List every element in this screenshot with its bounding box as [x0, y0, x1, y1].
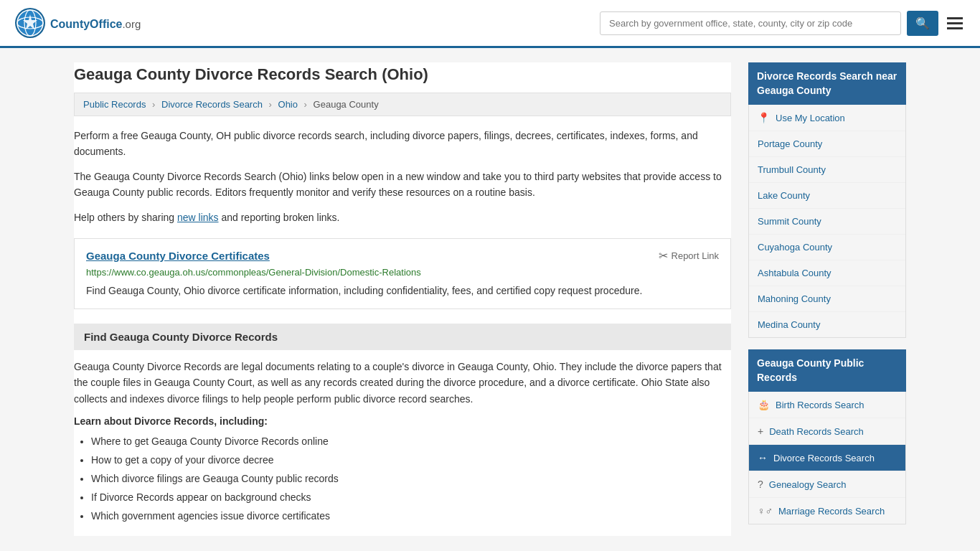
nearby-counties-list: Portage CountyTrumbull CountyLake County… — [749, 131, 905, 337]
sidebar-record-icon: ♀♂ — [758, 505, 773, 517]
breadcrumb-divorce-records-search[interactable]: Divorce Records Search — [161, 99, 263, 110]
sidebar-record-icon: + — [758, 425, 763, 437]
sidebar: Divorce Records Search near Geauga Count… — [748, 62, 906, 536]
record-card-url: https://www.co.geauga.oh.us/commonpleas/… — [86, 267, 719, 278]
learn-heading: Learn about Divorce Records, including: — [74, 415, 731, 427]
nearby-list: 📍 Use My Location Portage CountyTrumbull… — [748, 105, 906, 338]
nearby-county-link[interactable]: Cuyahoga County — [758, 242, 832, 253]
nearby-county-item[interactable]: Portage County — [749, 131, 905, 157]
find-section-body: Geauga County Divorce Records are legal … — [74, 359, 731, 407]
nearby-county-item[interactable]: Medina County — [749, 312, 905, 337]
nearby-county-item[interactable]: Summit County — [749, 209, 905, 235]
sidebar-record-icon: 🎂 — [758, 399, 770, 410]
sidebar-record-icon: ? — [758, 479, 763, 490]
nearby-county-link[interactable]: Ashtabula County — [758, 268, 831, 278]
intro-3-suffix: and reporting broken links. — [219, 212, 340, 223]
public-record-item[interactable]: ↔Divorce Records Search — [749, 445, 905, 471]
record-card-header: Geauga County Divorce Certificates ✂ Rep… — [86, 249, 719, 263]
breadcrumb-public-records[interactable]: Public Records — [83, 99, 146, 110]
scissors-icon: ✂ — [659, 249, 668, 263]
logo-suffix: .org — [122, 18, 141, 30]
logo-brand: CountyOffice — [50, 18, 122, 30]
nearby-county-link[interactable]: Mahoning County — [758, 293, 831, 304]
list-item: Where to get Geauga County Divorce Recor… — [91, 434, 731, 449]
list-item: If Divorce Records appear on background … — [91, 490, 731, 505]
nearby-county-item[interactable]: Mahoning County — [749, 286, 905, 312]
logo-icon — [14, 7, 46, 39]
search-button[interactable]: 🔍 — [907, 11, 938, 36]
search-icon: 🔍 — [915, 17, 930, 29]
nearby-county-item[interactable]: Cuyahoga County — [749, 235, 905, 260]
search-area: 🔍 — [600, 11, 966, 36]
list-item: Which divorce filings are Geauga County … — [91, 471, 731, 486]
public-record-item[interactable]: 🎂Birth Records Search — [749, 392, 905, 418]
logo-text-area: CountyOffice.org — [50, 15, 141, 32]
public-record-link[interactable]: Marriage Records Search — [778, 506, 885, 517]
logo-area: CountyOffice.org — [14, 7, 141, 39]
public-record-item[interactable]: +Death Records Search — [749, 418, 905, 445]
new-links-link[interactable]: new links — [177, 212, 219, 223]
intro-paragraph-1: Perform a free Geauga County, OH public … — [74, 128, 731, 160]
menu-bar-3 — [947, 27, 963, 29]
breadcrumb-ohio[interactable]: Ohio — [278, 99, 298, 110]
menu-bar-1 — [947, 17, 963, 19]
public-records-heading: Geauga County Public Records — [748, 349, 906, 392]
nearby-county-link[interactable]: Trumbull County — [758, 164, 826, 175]
header: CountyOffice.org 🔍 — [0, 0, 980, 48]
nearby-county-item[interactable]: Trumbull County — [749, 157, 905, 183]
logo-text: CountyOffice.org — [50, 15, 141, 31]
find-section-heading: Find Geauga County Divorce Records — [74, 324, 731, 350]
search-input[interactable] — [600, 11, 901, 35]
use-my-location[interactable]: 📍 Use My Location — [749, 105, 905, 131]
record-card: Geauga County Divorce Certificates ✂ Rep… — [74, 238, 731, 309]
breadcrumb-sep-3: › — [304, 99, 307, 110]
main-container: Geauga County Divorce Records Search (Oh… — [60, 48, 920, 550]
public-record-item[interactable]: ♀♂Marriage Records Search — [749, 498, 905, 524]
list-item: How to get a copy of your divorce decree — [91, 453, 731, 468]
breadcrumb-sep-2: › — [269, 99, 272, 110]
public-record-link[interactable]: Divorce Records Search — [773, 453, 875, 463]
nearby-county-item[interactable]: Lake County — [749, 183, 905, 209]
use-my-location-link[interactable]: Use My Location — [776, 113, 845, 123]
public-records-list: 🎂Birth Records Search+Death Records Sear… — [748, 392, 906, 524]
intro-paragraph-3: Help others by sharing new links and rep… — [74, 209, 731, 225]
record-card-title[interactable]: Geauga County Divorce Certificates — [86, 250, 270, 262]
public-record-item[interactable]: ?Genealogy Search — [749, 471, 905, 498]
nearby-heading: Divorce Records Search near Geauga Count… — [748, 62, 906, 105]
record-card-description: Find Geauga County, Ohio divorce certifi… — [86, 283, 719, 298]
content-area: Geauga County Divorce Records Search (Oh… — [74, 62, 731, 536]
breadcrumb: Public Records › Divorce Records Search … — [74, 93, 731, 116]
sidebar-record-icon: ↔ — [758, 452, 768, 463]
page-title: Geauga County Divorce Records Search (Oh… — [74, 65, 731, 84]
menu-button[interactable] — [944, 14, 966, 32]
public-record-link[interactable]: Genealogy Search — [769, 479, 847, 490]
nearby-section: Divorce Records Search near Geauga Count… — [748, 62, 906, 338]
public-record-link[interactable]: Death Records Search — [769, 426, 864, 437]
breadcrumb-sep-1: › — [152, 99, 155, 110]
intro-paragraph-2: The Geauga County Divorce Records Search… — [74, 169, 731, 201]
report-link-label: Report Link — [672, 250, 719, 261]
public-record-link[interactable]: Birth Records Search — [776, 400, 864, 410]
nearby-county-link[interactable]: Medina County — [758, 319, 820, 330]
list-item: Which government agencies issue divorce … — [91, 509, 731, 524]
nearby-county-link[interactable]: Portage County — [758, 138, 822, 149]
report-link-button[interactable]: ✂ Report Link — [659, 249, 719, 263]
breadcrumb-current: Geauga County — [314, 99, 379, 110]
nearby-county-link[interactable]: Lake County — [758, 190, 810, 201]
public-records-section: Geauga County Public Records 🎂Birth Reco… — [748, 349, 906, 524]
intro-3-prefix: Help others by sharing — [74, 212, 177, 223]
menu-bar-2 — [947, 22, 963, 24]
location-icon: 📍 — [758, 112, 770, 123]
nearby-county-link[interactable]: Summit County — [758, 216, 821, 227]
nearby-county-item[interactable]: Ashtabula County — [749, 260, 905, 286]
learn-list: Where to get Geauga County Divorce Recor… — [91, 434, 731, 524]
